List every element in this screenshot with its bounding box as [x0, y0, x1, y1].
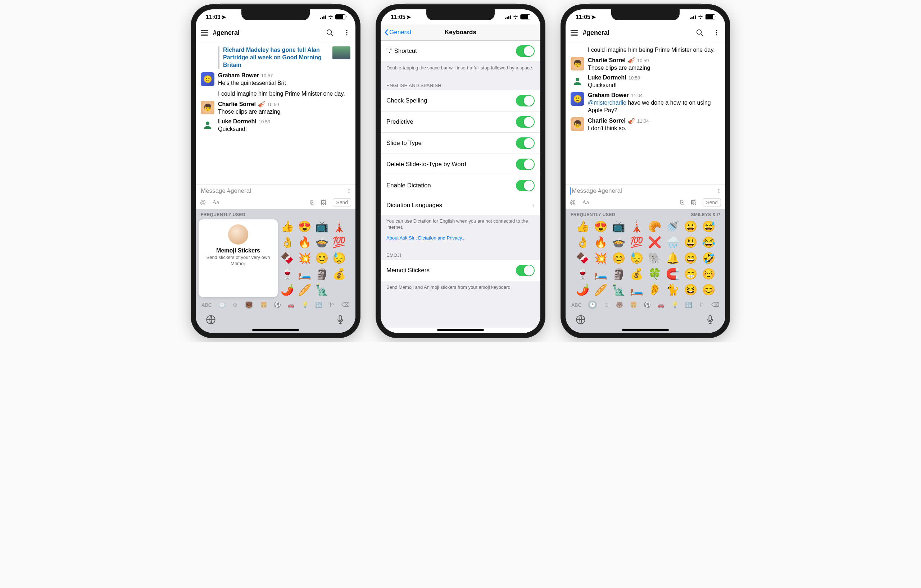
setting-dictation-lang[interactable]: Dictation Languages ›	[381, 196, 540, 215]
activity-cat-icon[interactable]: ⚽	[274, 301, 281, 308]
emoji-cell[interactable]: 🗿	[611, 267, 626, 281]
emoji-cell[interactable]: 🥖	[593, 283, 608, 297]
menu-button[interactable]	[571, 30, 578, 36]
recents-icon[interactable]: 🕒	[588, 300, 597, 309]
emoji-cell[interactable]: 😅	[701, 219, 716, 234]
emoji-cell[interactable]: 👌	[575, 235, 590, 250]
emoji-cell[interactable]: 🍷	[575, 267, 590, 281]
memoji-cat-icon[interactable]: 🐻	[616, 301, 623, 308]
smiley-cat-icon[interactable]: ☺	[233, 302, 238, 308]
flags-cat-icon[interactable]: 🏳	[699, 302, 705, 308]
emoji-cell[interactable]: 🛏️	[593, 267, 608, 281]
mention-button[interactable]: @	[200, 199, 206, 206]
symbols-cat-icon[interactable]: 🔣	[315, 301, 322, 308]
emoji-cell[interactable]: 🚿	[665, 219, 680, 234]
image-button[interactable]: 🖼︎	[321, 199, 326, 206]
emoji-cell[interactable]: 🐈	[665, 283, 680, 297]
mention-button[interactable]: @	[570, 199, 576, 206]
travel-cat-icon[interactable]: 🚗	[288, 301, 295, 308]
emoji-cell[interactable]: 🥖	[297, 283, 312, 297]
toggle[interactable]	[516, 45, 535, 57]
globe-icon[interactable]	[576, 315, 586, 325]
avatar[interactable]	[201, 118, 215, 132]
toggle[interactable]	[516, 116, 535, 128]
avatar[interactable]	[571, 75, 584, 88]
recents-icon[interactable]: 🕒	[218, 301, 226, 308]
more-icon[interactable]	[713, 29, 720, 36]
emoji-cell[interactable]: 💯	[332, 235, 346, 250]
emoji-cell[interactable]: 🌧️	[665, 235, 680, 250]
emoji-cell[interactable]: 🍫	[575, 251, 590, 265]
emoji-cell[interactable]: 😁	[683, 267, 698, 281]
mic-icon[interactable]	[705, 315, 715, 325]
send-button[interactable]: Send	[333, 198, 351, 206]
emoji-cell[interactable]: 🍀	[647, 267, 662, 281]
emoji-cell[interactable]: 🛏️	[629, 283, 644, 297]
memoji-popup[interactable]: Memoji Stickers Send stickers of your ve…	[199, 219, 278, 297]
link-preview[interactable]: Richard Madeley has gone full Alan Partr…	[218, 46, 350, 69]
message-input[interactable]	[571, 187, 716, 195]
toggle[interactable]	[516, 95, 535, 106]
emoji-cell[interactable]: 👍	[280, 219, 294, 234]
avatar[interactable]: 👦	[571, 57, 584, 70]
emoji-cell[interactable]: 😄	[683, 251, 698, 265]
home-indicator[interactable]	[622, 329, 669, 331]
emoji-cell[interactable]: 📺	[314, 219, 329, 234]
emoji-cell[interactable]: 🗼	[332, 219, 346, 234]
emoji-cell[interactable]: 🔥	[593, 235, 608, 250]
symbols-cat-icon[interactable]: 🔣	[685, 301, 692, 308]
send-button[interactable]: Send	[703, 198, 721, 206]
emoji-cell[interactable]: 😍	[297, 219, 312, 234]
toggle[interactable]	[516, 137, 535, 149]
format-button[interactable]: Aa	[212, 199, 219, 206]
emoji-cell[interactable]: 🗽	[611, 283, 626, 297]
emoji-cell[interactable]: 🗽	[314, 283, 329, 297]
emoji-cell[interactable]: 😊	[314, 251, 329, 265]
abc-button[interactable]: ABC	[202, 302, 212, 308]
more-icon[interactable]	[343, 29, 350, 36]
emoji-cell[interactable]: 🍲	[314, 235, 329, 250]
search-icon[interactable]	[326, 29, 334, 37]
emoji-cell[interactable]: 🍷	[280, 267, 294, 281]
image-button[interactable]: 🖼︎	[690, 199, 696, 206]
emoji-cell[interactable]: 🧲	[665, 267, 680, 281]
objects-cat-icon[interactable]: 💡	[671, 301, 679, 308]
emoji-cell[interactable]: 😓	[332, 251, 346, 265]
objects-cat-icon[interactable]: 💡	[301, 301, 309, 308]
toggle[interactable]	[516, 159, 535, 170]
emoji-cell[interactable]: 💰	[629, 267, 644, 281]
emoji-cell[interactable]: 🗿	[314, 267, 329, 281]
avatar[interactable]: 👦	[571, 117, 584, 131]
avatar[interactable]: 🙂	[201, 72, 215, 86]
emoji-cell[interactable]: ☺️	[701, 267, 716, 281]
emoji-cell[interactable]: 😃	[683, 235, 698, 250]
emoji-cell[interactable]: 🍲	[611, 235, 626, 250]
home-indicator[interactable]	[437, 329, 484, 331]
back-button[interactable]: General	[384, 29, 411, 36]
emoji-cell[interactable]: 🔥	[297, 235, 312, 250]
memoji-cat-icon[interactable]: 🐻	[245, 300, 253, 309]
emoji-cell[interactable]: 😓	[629, 251, 644, 265]
mic-icon[interactable]	[335, 315, 345, 325]
emoji-cell[interactable]: 🌶️	[280, 283, 294, 297]
emoji-cell[interactable]: 😂	[701, 235, 716, 250]
home-indicator[interactable]	[252, 329, 299, 331]
emoji-cell[interactable]: 👂	[647, 283, 662, 297]
food-cat-icon[interactable]: 🍔	[630, 301, 637, 308]
emoji-cell[interactable]: 😀	[683, 219, 698, 234]
emoji-cell[interactable]	[332, 283, 346, 297]
search-icon[interactable]	[696, 29, 704, 37]
globe-icon[interactable]	[206, 315, 216, 325]
abc-button[interactable]: ABC	[571, 302, 582, 308]
avatar[interactable]: 👦	[201, 101, 215, 114]
emoji-cell[interactable]: 🍫	[280, 251, 294, 265]
emoji-cell[interactable]: 👍	[575, 219, 590, 234]
emoji-cell[interactable]: 😆	[683, 283, 698, 297]
emoji-cell[interactable]: 🌶️	[575, 283, 590, 297]
emoji-cell[interactable]: 💯	[629, 235, 644, 250]
emoji-cell[interactable]: 🥐	[647, 219, 662, 234]
attach-button[interactable]: ⎘	[311, 199, 314, 206]
smiley-cat-icon[interactable]: ☺	[604, 302, 609, 308]
emoji-cell[interactable]: 💥	[593, 251, 608, 265]
backspace-icon[interactable]: ⌫	[711, 301, 719, 308]
